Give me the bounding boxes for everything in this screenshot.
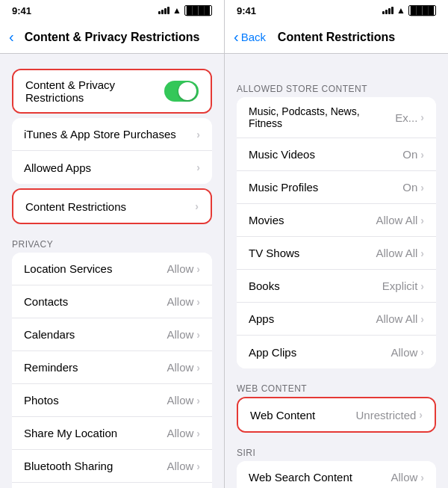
privacy-toggle[interactable] [164, 81, 199, 102]
music-podcasts-label: Music, Podcasts, News, Fitness [249, 105, 395, 129]
web-search-value: Allow [391, 471, 417, 484]
content-restrictions-row[interactable]: Content Restrictions › [13, 190, 211, 223]
back-button-right[interactable]: ‹ Back [234, 28, 266, 46]
allowed-store-header: ALLOWED STORE CONTENT [225, 79, 448, 97]
privacy-toggle-row[interactable]: Content & Privacy Restrictions [13, 70, 211, 112]
tv-shows-chevron: › [420, 247, 424, 259]
web-content-label: Web Content [250, 409, 315, 421]
status-bar-right: 9:41 ▲ ████ [225, 0, 448, 21]
status-time-right: 9:41 [237, 5, 256, 16]
web-content-card[interactable]: Web Content Unrestricted › [237, 397, 436, 433]
music-profiles-chevron: › [420, 182, 424, 194]
music-podcasts-row[interactable]: Music, Podcasts, News, Fitness Ex... › [237, 97, 436, 138]
itunes-right: › [196, 129, 200, 140]
itunes-row[interactable]: iTunes & App Store Purchases › [12, 118, 212, 151]
bluetooth-label: Bluetooth Sharing [24, 460, 113, 472]
content-restrictions-card[interactable]: Content Restrictions › [12, 188, 212, 224]
privacy-section-header: PRIVACY [0, 235, 224, 253]
calendars-label: Calendars [24, 328, 75, 341]
contacts-value: Allow [167, 295, 193, 308]
apps-right: Allow All › [376, 312, 424, 325]
signal-icon-right [382, 7, 393, 14]
location-services-right: Allow › [167, 262, 200, 275]
battery-icon: ████ [184, 5, 212, 16]
reminders-label: Reminders [24, 361, 78, 374]
music-videos-row[interactable]: Music Videos On › [237, 138, 436, 171]
bluetooth-right: Allow › [167, 460, 200, 472]
web-content-value: Unrestricted [355, 409, 416, 421]
share-location-right: Allow › [167, 427, 200, 439]
contacts-label: Contacts [24, 295, 68, 308]
tv-shows-value: Allow All [376, 247, 417, 259]
calendars-row[interactable]: Calendars Allow › [12, 318, 212, 351]
web-search-right: Allow › [391, 471, 424, 484]
right-screen: 9:41 ▲ ████ ‹ Back Content Restrictions … [224, 0, 448, 488]
app-clips-label: App Clips [249, 346, 296, 359]
siri-header: SIRI [225, 443, 448, 461]
allowed-apps-right: › [196, 161, 200, 173]
apps-label: Apps [249, 312, 274, 325]
microphone-row[interactable]: Microphone Allow › [12, 483, 212, 488]
calendars-right: Allow › [167, 328, 200, 341]
privacy-restrictions-card[interactable]: Content & Privacy Restrictions [12, 69, 212, 114]
tv-shows-row[interactable]: TV Shows Allow All › [237, 237, 436, 270]
reminders-chevron: › [196, 362, 200, 374]
books-label: Books [249, 279, 280, 292]
right-content: ALLOWED STORE CONTENT Music, Podcasts, N… [225, 54, 448, 488]
location-services-row[interactable]: Location Services Allow › [12, 253, 212, 285]
apps-row[interactable]: Apps Allow All › [237, 303, 436, 336]
nav-bar-left: ‹ Content & Privacy Restrictions [0, 21, 224, 54]
music-profiles-row[interactable]: Music Profiles On › [237, 171, 436, 204]
nav-title-right: Content Restrictions [278, 31, 395, 44]
allowed-store-card: Music, Podcasts, News, Fitness Ex... › M… [237, 97, 436, 368]
books-chevron: › [420, 280, 424, 292]
location-services-chevron: › [196, 263, 200, 275]
photos-row[interactable]: Photos Allow › [12, 384, 212, 417]
siri-card: Web Search Content Allow › Explicit Lang… [237, 461, 436, 488]
app-clips-value: Allow [391, 346, 417, 359]
share-location-value: Allow [167, 427, 193, 439]
allowed-apps-label: Allowed Apps [24, 161, 91, 174]
content-restrictions-chevron: › [195, 200, 199, 212]
music-podcasts-value: Ex... [395, 111, 417, 124]
web-search-chevron: › [420, 472, 424, 484]
music-podcasts-right: Ex... › [395, 111, 424, 124]
web-content-right: Unrestricted › [355, 409, 423, 421]
share-location-chevron: › [196, 427, 200, 439]
share-location-row[interactable]: Share My Location Allow › [12, 417, 212, 450]
wifi-icon: ▲ [172, 5, 181, 16]
left-screen: 9:41 ▲ ████ ‹ Content & Privacy Restrict… [0, 0, 224, 488]
reminders-value: Allow [167, 361, 193, 374]
contacts-chevron: › [196, 296, 200, 308]
books-row[interactable]: Books Explicit › [237, 270, 436, 303]
movies-label: Movies [249, 214, 284, 226]
movies-row[interactable]: Movies Allow All › [237, 204, 436, 237]
privacy-toggle-label: Content & Privacy Restrictions [25, 78, 164, 104]
contacts-right: Allow › [167, 295, 200, 308]
battery-icon-right: ████ [408, 5, 436, 16]
top-menu-card: iTunes & App Store Purchases › Allowed A… [12, 118, 212, 184]
left-content: Content & Privacy Restrictions iTunes & … [0, 54, 224, 488]
back-button-left[interactable]: ‹ [9, 28, 14, 46]
allowed-apps-row[interactable]: Allowed Apps › [12, 151, 212, 184]
app-clips-row[interactable]: App Clips Allow › [237, 336, 436, 368]
books-right: Explicit › [382, 279, 424, 292]
status-icons-left: ▲ ████ [158, 5, 212, 16]
music-podcasts-chevron: › [420, 111, 424, 123]
reminders-row[interactable]: Reminders Allow › [12, 351, 212, 384]
web-content-row[interactable]: Web Content Unrestricted › [238, 398, 435, 431]
back-label-right: Back [241, 31, 266, 43]
music-videos-right: On › [402, 148, 424, 161]
bluetooth-chevron: › [196, 460, 200, 472]
web-search-row[interactable]: Web Search Content Allow › [237, 461, 436, 488]
photos-chevron: › [196, 395, 200, 407]
tv-shows-label: TV Shows [249, 247, 299, 259]
contacts-row[interactable]: Contacts Allow › [12, 285, 212, 318]
music-profiles-label: Music Profiles [249, 181, 318, 194]
apps-value: Allow All [376, 312, 417, 325]
status-bar-left: 9:41 ▲ ████ [0, 0, 224, 21]
movies-right: Allow All › [376, 214, 424, 226]
content-restrictions-right: › [195, 200, 199, 212]
bluetooth-row[interactable]: Bluetooth Sharing Allow › [12, 450, 212, 483]
tv-shows-right: Allow All › [376, 247, 424, 259]
